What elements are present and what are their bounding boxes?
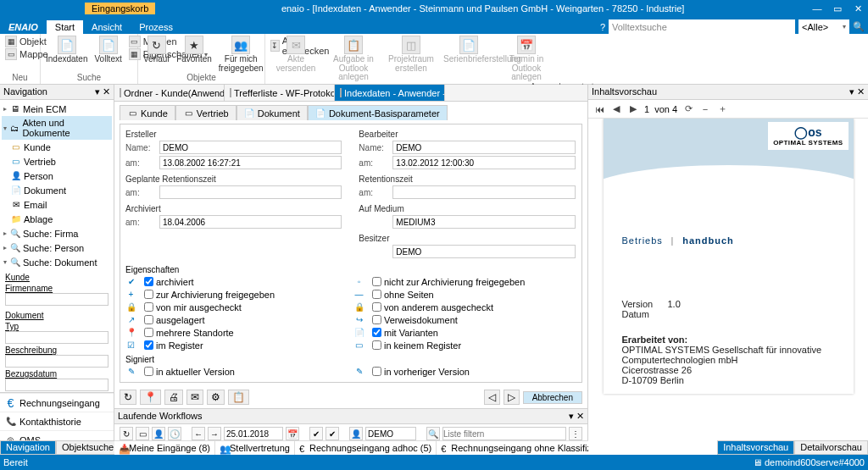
wf-filter-input[interactable] xyxy=(442,427,566,440)
doctab-ordner[interactable]: Ordner - Kunde(Anwender - O...✕ xyxy=(114,85,225,101)
tree-vertrieb[interactable]: ▭Vertrieb xyxy=(2,154,112,169)
tree-ablage[interactable]: 📁Ablage xyxy=(2,212,112,226)
beschreibung-input[interactable] xyxy=(5,355,108,368)
section-kontakthistorie[interactable]: 📞Kontakthistorie xyxy=(0,412,114,430)
retentionszeit-am-input[interactable] xyxy=(392,185,575,199)
zur-archiv-checkbox[interactable] xyxy=(144,290,153,299)
tree-dokument[interactable]: 📄Dokument xyxy=(2,183,112,197)
zoom-in-icon[interactable]: ＋ xyxy=(716,102,728,115)
history-icon[interactable]: ↻ xyxy=(120,390,136,405)
standorte-checkbox[interactable] xyxy=(144,328,153,337)
fulltext-search-input[interactable]: Volltextsuche xyxy=(609,19,795,34)
tab-ansicht[interactable]: Ansicht xyxy=(83,20,131,34)
wf-date-input[interactable] xyxy=(224,427,283,440)
prev-page-icon[interactable]: ◀ xyxy=(610,103,622,114)
wf-open-icon[interactable]: ▭ xyxy=(136,427,149,440)
abbrechen-button[interactable]: Abbrechen xyxy=(523,391,582,404)
im-register-checkbox[interactable] xyxy=(144,340,153,350)
doctab-indexdaten[interactable]: Indexdaten - Anwender - Stei...✕ xyxy=(335,85,445,101)
ersteller-name-input[interactable] xyxy=(159,141,342,154)
location-icon[interactable]: 📍 xyxy=(140,390,161,405)
archiviert-am-input[interactable] xyxy=(159,215,342,229)
print-icon[interactable]: 🖨 xyxy=(164,390,183,405)
tab-start[interactable]: Start xyxy=(47,20,83,34)
bt-rechnung-ohne[interactable]: €Rechnungseingang ohne Klassifizierung (… xyxy=(437,441,588,455)
doctab-trefferliste[interactable]: Trefferliste - WF-Protokoll - Per...✕ xyxy=(225,85,335,101)
ersteller-am-input[interactable] xyxy=(159,156,342,169)
wf-fwd-icon[interactable]: → xyxy=(208,427,221,440)
zoom-out-icon[interactable]: − xyxy=(699,104,711,114)
bearbeiter-am-input[interactable] xyxy=(392,156,575,169)
archiviert-checkbox[interactable] xyxy=(144,277,153,286)
wf-ck1-icon[interactable]: ✔ xyxy=(309,427,323,440)
section-rechnungseingang[interactable]: €Rechnungseingang xyxy=(0,393,114,412)
indexdaten-button[interactable]: 📄Indexdaten xyxy=(46,36,88,64)
email-icon[interactable]: ✉ xyxy=(186,390,203,405)
von-mir-checkbox[interactable] xyxy=(144,302,153,312)
settings-icon[interactable]: ⚙ xyxy=(207,390,225,405)
firmenname-input[interactable] xyxy=(5,293,108,306)
tree-email[interactable]: ✉Email xyxy=(2,197,112,212)
tree-suche-firma[interactable]: ▸🔍Suche: Firma xyxy=(2,226,112,241)
close-window-icon[interactable]: ✕ xyxy=(851,3,865,14)
panel-controls-icon[interactable]: ▾ ✕ xyxy=(849,86,865,97)
vorher-signiert-checkbox[interactable] xyxy=(372,367,381,376)
first-page-icon[interactable]: ⏮ xyxy=(593,104,605,114)
medium-input[interactable] xyxy=(392,215,575,229)
restore-icon[interactable]: ▭ xyxy=(831,3,844,14)
panel-controls-icon[interactable]: ▾ ✕ xyxy=(569,411,584,422)
fuer-mich-button[interactable]: 👥Für mich freigegeben xyxy=(219,36,264,73)
varianten-checkbox[interactable] xyxy=(372,328,381,337)
wf-user-icon[interactable]: 👤 xyxy=(152,427,165,440)
help-icon[interactable]: ? xyxy=(600,22,605,32)
wf-refresh-icon[interactable]: ↻ xyxy=(120,427,133,440)
bottom-tab-navigation[interactable]: Navigation xyxy=(0,440,56,455)
wf-clock-icon[interactable]: 🕓 xyxy=(168,427,181,440)
tree-suche-dokument[interactable]: ▾🔍Suche: Dokument xyxy=(2,255,112,269)
von-anderem-checkbox[interactable] xyxy=(372,302,381,312)
tree-kunde[interactable]: ▭Kunde xyxy=(2,140,112,154)
inner-tab-kunde[interactable]: ▭Kunde xyxy=(120,105,175,120)
search-go-icon[interactable]: 🔍 xyxy=(853,21,865,32)
filter-icon[interactable]: 🔍 xyxy=(426,427,440,440)
bottom-tab-detailvorschau[interactable]: Detailvorschau xyxy=(794,440,868,455)
tree-akten[interactable]: ▾🗂Akten und Dokumente xyxy=(2,116,112,140)
wf-cal-icon[interactable]: 📅 xyxy=(286,427,299,440)
ohne-seiten-checkbox[interactable] xyxy=(372,290,381,299)
volltext-button[interactable]: 📄Volltext xyxy=(95,36,122,64)
nicht-archiv-checkbox[interactable] xyxy=(372,277,381,286)
bt-meine-eingaenge[interactable]: 📥Meine Eingänge (8) xyxy=(114,441,215,455)
bearbeiter-name-input[interactable] xyxy=(392,141,575,154)
ausgelagert-checkbox[interactable] xyxy=(144,315,153,324)
bt-stellvertretung[interactable]: 👥Stellvertretung xyxy=(215,441,295,455)
inner-tab-basisparameter[interactable]: 📄Dokument-Basisparameter xyxy=(308,105,448,120)
tree-person[interactable]: 👤Person xyxy=(2,169,112,183)
nav-pin-icon[interactable]: ▾ ✕ xyxy=(95,86,110,97)
geplante-am-input[interactable] xyxy=(159,185,342,199)
inner-tab-dokument[interactable]: 📄Dokument xyxy=(236,105,308,120)
typ-input[interactable] xyxy=(5,331,108,344)
next-page-icon[interactable]: ▶ xyxy=(627,103,639,114)
tree-suche-person[interactable]: ▸🔍Suche: Person xyxy=(2,241,112,255)
wf-back-icon[interactable]: ← xyxy=(192,427,205,440)
inbox-button[interactable]: Eingangskorb xyxy=(85,3,155,14)
favoriten-button[interactable]: ★Favoriten xyxy=(176,36,212,64)
wf-person-icon[interactable]: 👤 xyxy=(349,427,363,440)
refresh-icon[interactable]: ⟳ xyxy=(682,103,694,114)
bt-rechnung-adhoc[interactable]: €Rechnungseingang adhoc (5) xyxy=(295,441,437,455)
inner-tab-vertrieb[interactable]: ▭Vertrieb xyxy=(175,105,236,120)
tree-mein-ecm[interactable]: ▸🖥Mein ECM xyxy=(2,102,112,116)
bezugsdatum-input[interactable] xyxy=(5,379,108,391)
wf-name-input[interactable] xyxy=(365,427,416,440)
besitzer-input[interactable] xyxy=(392,245,575,258)
bottom-tab-objektsuche[interactable]: Objektsuche xyxy=(56,440,120,455)
aktuell-signiert-checkbox[interactable] xyxy=(144,367,153,376)
tab-prozess[interactable]: Prozess xyxy=(131,20,181,34)
kein-register-checkbox[interactable] xyxy=(372,340,381,350)
bottom-tab-inhaltsvorschau[interactable]: Inhaltsvorschau xyxy=(717,440,794,455)
verlauf-button[interactable]: ↻Verlauf xyxy=(143,36,170,64)
verweis-checkbox[interactable] xyxy=(372,315,381,324)
search-scope-select[interactable]: <Alle>▾ xyxy=(798,19,849,34)
prev-icon[interactable]: ◁ xyxy=(484,390,500,405)
minimize-icon[interactable]: — xyxy=(810,3,824,14)
